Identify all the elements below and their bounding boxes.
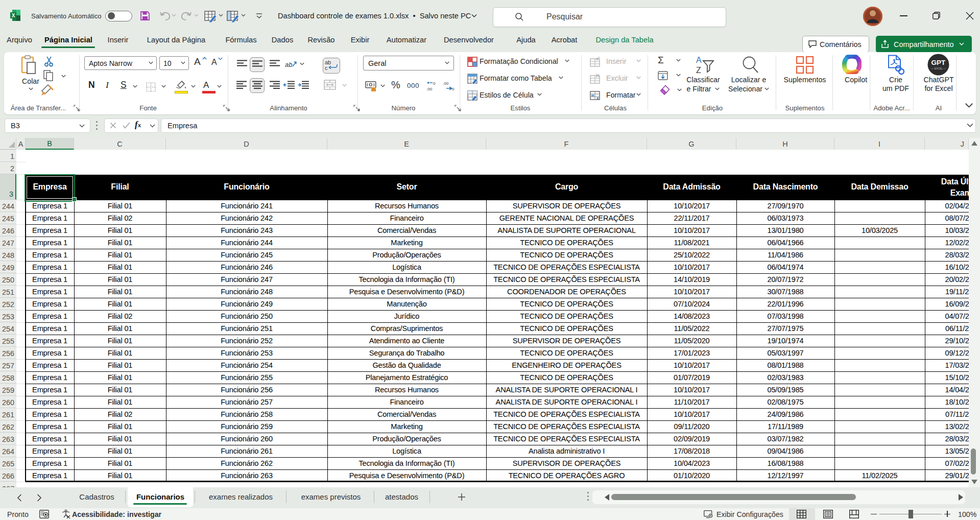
svg-text:GPT: GPT [931, 59, 946, 66]
svg-text:.00: .00 [443, 81, 449, 86]
svg-text:0: 0 [433, 81, 436, 86]
svg-text:A: A [696, 56, 702, 64]
svg-text:c: c [325, 65, 328, 70]
svg-text:.00: .00 [426, 87, 433, 91]
svg-text:X: X [12, 13, 15, 18]
svg-text:— EXCEL —: — EXCEL — [931, 67, 946, 70]
svg-text:ab: ab [285, 61, 292, 68]
svg-text:Z: Z [696, 66, 701, 75]
svg-text:0: 0 [452, 87, 455, 91]
